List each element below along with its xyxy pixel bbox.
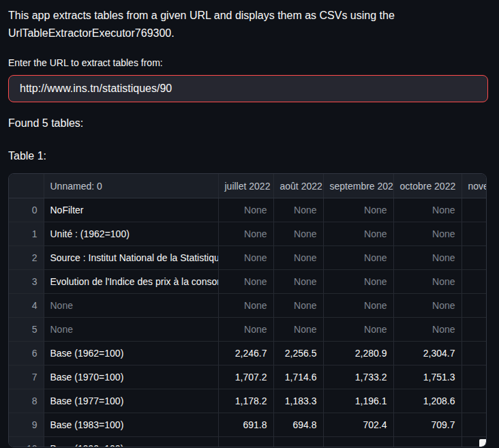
row-index-cell[interactable]: 4 bbox=[9, 294, 44, 318]
table-row: 3Evolution de l'Indice des prix à la con… bbox=[9, 270, 487, 294]
row-index-cell[interactable]: 1 bbox=[9, 222, 44, 246]
table-cell[interactable]: Evolution de l'Indice des prix à la cons… bbox=[44, 270, 218, 294]
table-cell[interactable]: None bbox=[323, 222, 393, 246]
table-cell[interactable] bbox=[273, 437, 323, 448]
table-cell[interactable] bbox=[462, 413, 487, 437]
table-cell[interactable]: None bbox=[273, 198, 323, 222]
table-header-cell[interactable]: août 2022 bbox=[273, 174, 323, 198]
table-cell[interactable]: None bbox=[273, 246, 323, 270]
url-input-box bbox=[8, 75, 488, 102]
table-cell[interactable]: 1,751.3 bbox=[393, 365, 462, 389]
table-header-cell[interactable] bbox=[9, 174, 44, 198]
table-cell[interactable]: None bbox=[393, 318, 462, 342]
table-cell[interactable]: None bbox=[44, 294, 218, 318]
row-index-cell[interactable]: 6 bbox=[9, 342, 44, 365]
table-cell[interactable]: None bbox=[218, 198, 273, 222]
table-cell[interactable] bbox=[393, 437, 462, 448]
table-cell[interactable]: None bbox=[393, 246, 462, 270]
table-cell[interactable]: 694.8 bbox=[273, 413, 323, 437]
table-cell[interactable] bbox=[462, 222, 487, 246]
table-cell[interactable]: None bbox=[323, 246, 393, 270]
table-cell[interactable]: None bbox=[323, 294, 393, 318]
table-cell[interactable]: 702.4 bbox=[323, 413, 393, 437]
table-cell[interactable]: None bbox=[323, 270, 393, 294]
app-description: This app extracts tables from a given UR… bbox=[8, 7, 491, 42]
table-cell[interactable]: 1,196.1 bbox=[323, 389, 393, 413]
table-cell[interactable]: 2,246.7 bbox=[218, 342, 273, 365]
table-cell[interactable]: None bbox=[273, 222, 323, 246]
table-cell[interactable]: None bbox=[323, 198, 393, 222]
table-cell[interactable]: None bbox=[218, 270, 273, 294]
table-cell[interactable]: None bbox=[273, 270, 323, 294]
table-cell[interactable]: None bbox=[393, 198, 462, 222]
table-header-cell[interactable]: octobre 2022 bbox=[393, 174, 462, 198]
row-index-cell[interactable]: 0 bbox=[9, 198, 44, 222]
table-cell[interactable]: 1,208.6 bbox=[393, 389, 462, 413]
table-cell[interactable]: None bbox=[393, 270, 462, 294]
table-cell[interactable]: 2,280.9 bbox=[323, 342, 393, 365]
table-cell[interactable]: 1,733.2 bbox=[323, 365, 393, 389]
table-cell[interactable]: None bbox=[323, 318, 393, 342]
table-header-cell[interactable]: novembre 2022 bbox=[462, 174, 487, 198]
table-cell[interactable]: None bbox=[393, 222, 462, 246]
table-cell[interactable]: 1,707.2 bbox=[218, 365, 273, 389]
row-index-cell[interactable]: 3 bbox=[9, 270, 44, 294]
url-input[interactable] bbox=[9, 76, 487, 102]
table-cell[interactable]: Unité : (1962=100) bbox=[44, 222, 218, 246]
table-cell[interactable]: 1,183.3 bbox=[273, 389, 323, 413]
table-cell[interactable] bbox=[462, 294, 487, 318]
row-index-cell[interactable]: 2 bbox=[9, 246, 44, 270]
table-cell[interactable]: Source : Institut National de la Statist… bbox=[44, 246, 218, 270]
table-row: 9Base (1983=100)691.8694.8702.4709.7 bbox=[9, 413, 487, 437]
table-cell[interactable]: None bbox=[44, 318, 218, 342]
table-cell[interactable]: Base (1962=100) bbox=[44, 342, 218, 365]
table-cell[interactable] bbox=[462, 342, 487, 365]
row-index-cell[interactable]: 9 bbox=[9, 413, 44, 437]
table-cell[interactable] bbox=[462, 198, 487, 222]
table-cell[interactable] bbox=[462, 246, 487, 270]
row-index-cell[interactable]: 5 bbox=[9, 318, 44, 342]
table-cell[interactable]: Base (1983=100) bbox=[44, 413, 218, 437]
table-row: 6Base (1962=100)2,246.72,256.52,280.92,3… bbox=[9, 342, 487, 365]
table-row: 5NoneNoneNoneNoneNone bbox=[9, 318, 487, 342]
table-resize-handle[interactable] bbox=[479, 439, 486, 447]
table-cell[interactable]: Base (1990=100) bbox=[44, 437, 218, 448]
table-cell[interactable]: Base (1977=100) bbox=[44, 389, 218, 413]
table-cell[interactable] bbox=[462, 318, 487, 342]
table-cell[interactable] bbox=[462, 365, 487, 389]
table-row: 10Base (1990=100) bbox=[9, 437, 487, 448]
table-cell[interactable]: 691.8 bbox=[218, 413, 273, 437]
table-cell[interactable]: None bbox=[393, 294, 462, 318]
table-cell[interactable] bbox=[462, 389, 487, 413]
table-cell[interactable]: NoFilter bbox=[44, 198, 218, 222]
table-header-row: Unnamed: 0juillet 2022août 2022septembre… bbox=[9, 174, 487, 198]
row-index-cell[interactable]: 10 bbox=[9, 437, 44, 448]
table-cell[interactable]: None bbox=[218, 246, 273, 270]
table-cell[interactable] bbox=[462, 270, 487, 294]
table-cell[interactable]: 1,714.6 bbox=[273, 365, 323, 389]
table-cell[interactable] bbox=[218, 437, 273, 448]
table-cell[interactable]: None bbox=[218, 318, 273, 342]
table-cell[interactable]: None bbox=[218, 294, 273, 318]
table-cell[interactable]: None bbox=[273, 294, 323, 318]
app-page: This app extracts tables from a given UR… bbox=[0, 0, 499, 447]
table-cell[interactable]: Base (1970=100) bbox=[44, 365, 218, 389]
table-header: Unnamed: 0juillet 2022août 2022septembre… bbox=[9, 174, 487, 198]
table-row: 0NoFilterNoneNoneNoneNone bbox=[9, 198, 487, 222]
table-header-cell[interactable]: Unnamed: 0 bbox=[44, 174, 218, 198]
row-index-cell[interactable]: 8 bbox=[9, 389, 44, 413]
table-cell[interactable]: 1,178.2 bbox=[218, 389, 273, 413]
table-cell[interactable]: 2,256.5 bbox=[273, 342, 323, 365]
table-cell[interactable]: None bbox=[218, 222, 273, 246]
table-cell[interactable] bbox=[323, 437, 393, 448]
table-row: 7Base (1970=100)1,707.21,714.61,733.21,7… bbox=[9, 365, 487, 389]
table-body: 0NoFilterNoneNoneNoneNone1Unité : (1962=… bbox=[9, 198, 487, 448]
table-title: Table 1: bbox=[8, 147, 491, 165]
table-cell[interactable]: 2,304.7 bbox=[393, 342, 462, 365]
url-input-label: Enter the URL to extract tables from: bbox=[8, 56, 491, 70]
row-index-cell[interactable]: 7 bbox=[9, 365, 44, 389]
table-cell[interactable]: None bbox=[273, 318, 323, 342]
table-header-cell[interactable]: septembre 2022 bbox=[323, 174, 393, 198]
table-header-cell[interactable]: juillet 2022 bbox=[218, 174, 273, 198]
table-cell[interactable]: 709.7 bbox=[393, 413, 462, 437]
